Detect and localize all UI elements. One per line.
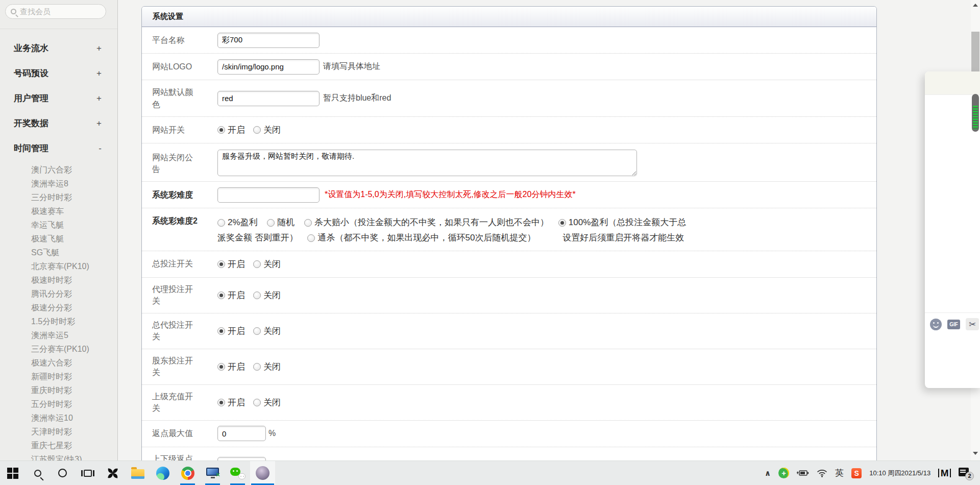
- scissors-icon[interactable]: ✂: [966, 318, 979, 330]
- radio-on-icon[interactable]: [217, 327, 225, 335]
- taskbar-clock[interactable]: 10:10 周四 2021/5/13: [869, 469, 930, 478]
- radio-option-on[interactable]: 开启: [217, 361, 245, 373]
- scrollbar-up-button[interactable]: [971, 1, 980, 9]
- expand-plus-icon[interactable]: +: [96, 68, 102, 79]
- chrome-button[interactable]: [175, 461, 200, 485]
- active-app-button[interactable]: [250, 461, 275, 485]
- radio-icon[interactable]: [217, 219, 225, 227]
- task-view-button[interactable]: [75, 461, 100, 485]
- radio-option-on[interactable]: 开启: [217, 258, 245, 270]
- rebate-max-input[interactable]: [217, 426, 266, 441]
- member-search-box[interactable]: [5, 4, 106, 19]
- sidebar-item-user-management[interactable]: 用户管理 +: [0, 86, 118, 111]
- m-app-tray-icon[interactable]: M: [938, 469, 951, 477]
- tray-chevron-up-icon[interactable]: ∧: [765, 469, 771, 478]
- radio-icon[interactable]: [307, 234, 315, 242]
- scrollbar-thumb[interactable]: [971, 32, 979, 74]
- radio-on-icon[interactable]: [217, 292, 225, 299]
- sidebar-lottery-item[interactable]: SG飞艇: [31, 246, 118, 259]
- radio-option-off[interactable]: 关闭: [253, 289, 281, 301]
- sidebar-lottery-item[interactable]: 极速赛车: [31, 204, 118, 218]
- radio-option-random[interactable]: 随机: [267, 217, 295, 227]
- sidebar-lottery-item[interactable]: 澳洲幸运10: [31, 411, 118, 425]
- sidebar-lottery-item[interactable]: 天津时时彩: [31, 425, 118, 439]
- expand-plus-icon[interactable]: +: [96, 43, 102, 54]
- notification-center-button[interactable]: 2: [959, 467, 972, 479]
- expand-plus-icon[interactable]: +: [96, 93, 102, 104]
- sidebar-item-time-management[interactable]: 时间管理 -: [0, 136, 118, 161]
- wifi-icon[interactable]: [817, 469, 827, 477]
- radio-icon[interactable]: [304, 219, 312, 227]
- wechat-button[interactable]: [225, 461, 250, 485]
- sidebar-item-number-preset[interactable]: 号码预设 +: [0, 61, 118, 86]
- default-color-input[interactable]: [217, 91, 320, 106]
- collapse-minus-icon[interactable]: -: [99, 143, 102, 154]
- sidebar-lottery-item[interactable]: 三分赛车(PK10): [31, 342, 118, 356]
- battery-icon[interactable]: [797, 469, 809, 477]
- remote-desktop-button[interactable]: ✕: [200, 461, 225, 485]
- sidebar-lottery-item[interactable]: 北京赛车(PK10): [31, 259, 118, 273]
- sidebar-lottery-item[interactable]: 新疆时时彩: [31, 370, 118, 383]
- radio-icon[interactable]: [558, 219, 566, 227]
- radio-off-icon[interactable]: [253, 363, 261, 371]
- sidebar-lottery-item[interactable]: 幸运飞艇: [31, 218, 118, 232]
- start-button[interactable]: [0, 461, 25, 485]
- radio-option-on[interactable]: 开启: [217, 289, 245, 301]
- radio-option-kill-big[interactable]: 杀大赔小（投注金额大的不中奖，如果只有一人则也不会中）: [304, 217, 549, 227]
- edge-button[interactable]: [150, 461, 175, 485]
- emoji-icon[interactable]: [930, 319, 942, 330]
- sidebar-lottery-item[interactable]: 澳门六合彩: [31, 163, 118, 177]
- radio-option-off[interactable]: 关闭: [253, 258, 281, 270]
- sidebar-lottery-item[interactable]: 腾讯分分彩: [31, 287, 118, 301]
- radio-on-icon[interactable]: [217, 260, 225, 268]
- sidebar-lottery-item[interactable]: 极速时时彩: [31, 273, 118, 287]
- antivirus-tray-icon[interactable]: +: [778, 468, 789, 478]
- ime-language-indicator[interactable]: 英: [835, 467, 844, 479]
- sidebar-lottery-item[interactable]: 重庆时时彩: [31, 383, 118, 397]
- pinwheel-app-button[interactable]: [100, 461, 125, 485]
- radio-option-on[interactable]: 开启: [217, 124, 245, 136]
- difficulty-input[interactable]: [217, 187, 320, 203]
- radio-off-icon[interactable]: [253, 292, 261, 299]
- sidebar-lottery-item[interactable]: 五分时时彩: [31, 397, 118, 411]
- sidebar-lottery-item[interactable]: 极速分分彩: [31, 301, 118, 314]
- radio-option-off[interactable]: 关闭: [253, 325, 281, 337]
- radio-option-off[interactable]: 关闭: [253, 397, 281, 408]
- platform-name-input[interactable]: [217, 33, 320, 48]
- sidebar-lottery-item[interactable]: 极速六合彩: [31, 356, 118, 370]
- close-notice-textarea[interactable]: 服务器升级，网站暂时关闭，敬请期待.: [217, 150, 637, 176]
- cortana-button[interactable]: [50, 461, 75, 485]
- scrollbar-down-button[interactable]: [971, 449, 980, 457]
- radio-option-on[interactable]: 开启: [217, 397, 245, 408]
- sidebar-item-draw-data[interactable]: 开奖数据 +: [0, 111, 118, 136]
- radio-off-icon[interactable]: [253, 126, 261, 134]
- member-search-input[interactable]: [20, 7, 96, 16]
- sidebar-item-business-flow[interactable]: 业务流水 +: [0, 36, 118, 61]
- radio-on-icon[interactable]: [217, 126, 225, 134]
- radio-option-kill-all[interactable]: 通杀（都不中奖，如果出现必中，循环50次后随机提交）: [307, 233, 535, 243]
- chat-overlay-window[interactable]: GIF ✂: [925, 71, 980, 388]
- sogou-input-icon[interactable]: S: [851, 468, 862, 478]
- gif-icon[interactable]: GIF: [947, 320, 960, 329]
- radio-on-icon[interactable]: [217, 363, 225, 371]
- sidebar-lottery-item[interactable]: 澳洲幸运8: [31, 177, 118, 190]
- expand-plus-icon[interactable]: +: [96, 118, 102, 129]
- sidebar-lottery-item[interactable]: 澳洲幸运5: [31, 328, 118, 342]
- radio-off-icon[interactable]: [253, 260, 261, 268]
- file-explorer-button[interactable]: [125, 461, 150, 485]
- radio-icon[interactable]: [267, 219, 275, 227]
- sidebar-lottery-item[interactable]: 1.5分时时彩: [31, 314, 118, 328]
- site-logo-input[interactable]: [217, 59, 320, 75]
- sidebar-lottery-item[interactable]: 极速飞艇: [31, 232, 118, 246]
- radio-off-icon[interactable]: [253, 399, 261, 406]
- radio-option-off[interactable]: 关闭: [253, 124, 281, 136]
- radio-on-icon[interactable]: [217, 399, 225, 406]
- radio-option-2percent[interactable]: 2%盈利: [217, 217, 258, 227]
- sidebar-lottery-item[interactable]: 三分时时彩: [31, 190, 118, 204]
- sidebar-lottery-item[interactable]: 重庆七星彩: [31, 439, 118, 452]
- rebate-diff-input[interactable]: [217, 457, 266, 460]
- radio-off-icon[interactable]: [253, 327, 261, 335]
- radio-option-on[interactable]: 开启: [217, 325, 245, 337]
- sidebar-lottery-item[interactable]: 江苏骰宝(快3): [31, 452, 118, 460]
- radio-option-off[interactable]: 关闭: [253, 361, 281, 373]
